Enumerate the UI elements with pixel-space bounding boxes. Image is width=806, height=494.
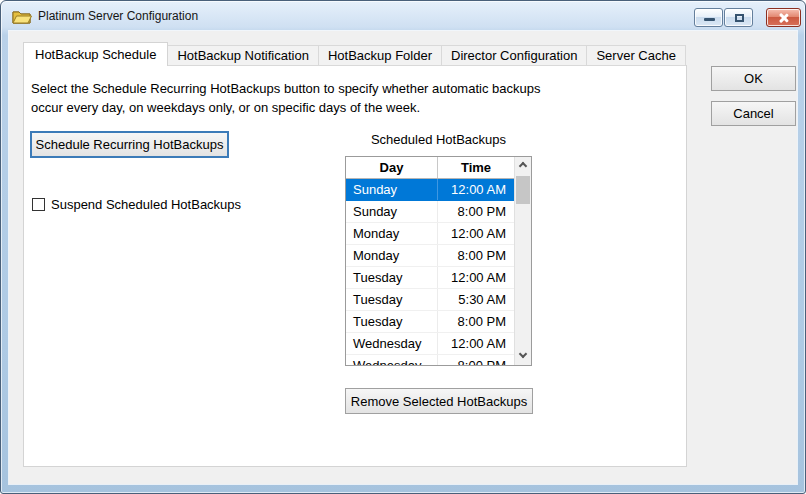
maximize-button[interactable] (724, 8, 753, 27)
tab-director-configuration[interactable]: Director Configuration (441, 45, 587, 66)
column-header-day[interactable]: Day (346, 157, 438, 178)
minimize-button[interactable] (694, 8, 723, 27)
table-header: Day Time (346, 157, 514, 179)
remove-selected-hotbackups-button[interactable]: Remove Selected HotBackups (345, 388, 533, 414)
table-row[interactable]: Monday8:00 PM (346, 245, 514, 267)
titlebar[interactable]: Platinum Server Configuration (1, 1, 805, 32)
checkbox-box[interactable] (32, 198, 45, 211)
tab-hotbackup-folder[interactable]: HotBackup Folder (318, 45, 442, 66)
table-row[interactable]: Tuesday12:00 AM (346, 267, 514, 289)
dialog-window: Platinum Server Configuration HotBackup … (0, 0, 806, 494)
table-row[interactable]: Wednesday12:00 AM (346, 333, 514, 355)
table-row[interactable]: Tuesday5:30 AM (346, 289, 514, 311)
scheduled-hotbackups-table: Day Time Sunday12:00 AM Sunday8:00 PM Mo… (345, 156, 532, 366)
folder-open-icon (12, 8, 32, 25)
chevron-down-icon (519, 350, 527, 358)
scroll-down-button[interactable] (515, 348, 531, 365)
tab-bar: HotBackup Schedule HotBackup Notificatio… (23, 42, 685, 66)
table-row[interactable]: Tuesday8:00 PM (346, 311, 514, 333)
scroll-up-button[interactable] (515, 157, 531, 174)
table-scrollbar[interactable] (514, 157, 531, 365)
minimize-icon (704, 18, 715, 21)
suspend-scheduled-hotbackups-checkbox[interactable]: Suspend Scheduled HotBackups (32, 197, 241, 212)
table-row[interactable]: Sunday8:00 PM (346, 201, 514, 223)
scrollbar-thumb[interactable] (516, 176, 530, 204)
window-controls (693, 8, 801, 27)
tab-server-cache[interactable]: Server Cache (586, 45, 685, 66)
instructions-line-1: Select the Schedule Recurring HotBackups… (31, 79, 611, 98)
schedule-recurring-hotbackups-button[interactable]: Schedule Recurring HotBackups (30, 131, 229, 158)
table-row[interactable]: Monday12:00 AM (346, 223, 514, 245)
instructions-line-2: occur every day, on weekdays only, or on… (31, 98, 611, 117)
close-button[interactable] (766, 8, 801, 27)
scheduled-hotbackups-label: Scheduled HotBackups (345, 132, 532, 147)
table-row[interactable]: Wednesday8:00 PM (346, 355, 514, 365)
tab-hotbackup-notification[interactable]: HotBackup Notification (167, 45, 319, 66)
ok-button[interactable]: OK (711, 66, 796, 91)
checkbox-label: Suspend Scheduled HotBackups (51, 197, 241, 212)
window-title: Platinum Server Configuration (38, 9, 198, 23)
table-row[interactable]: Sunday12:00 AM (346, 179, 514, 201)
chevron-up-icon (519, 162, 527, 170)
table-body: Sunday12:00 AM Sunday8:00 PM Monday12:00… (346, 179, 514, 365)
tab-hotbackup-schedule[interactable]: HotBackup Schedule (23, 42, 168, 66)
cancel-button[interactable]: Cancel (711, 101, 796, 126)
instructions-text: Select the Schedule Recurring HotBackups… (31, 79, 611, 117)
maximize-icon (735, 14, 744, 22)
close-icon (778, 12, 789, 23)
column-header-time[interactable]: Time (438, 157, 514, 178)
